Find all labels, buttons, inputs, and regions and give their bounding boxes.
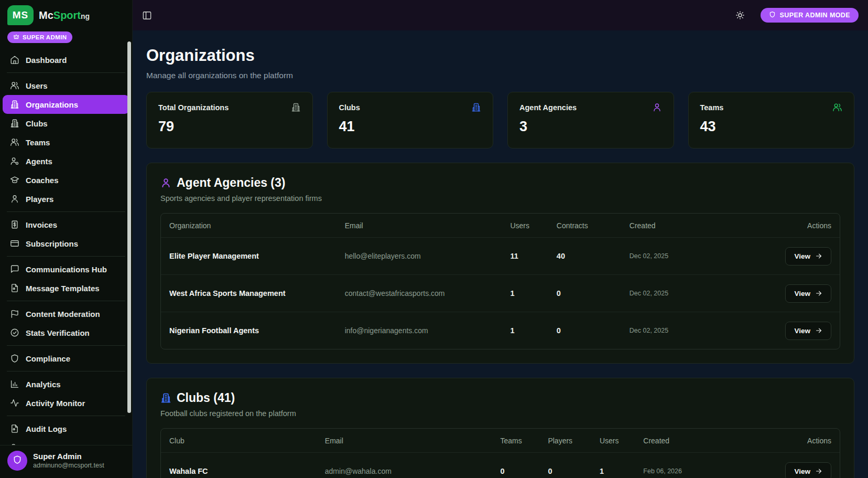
sidebar-item-analytics[interactable]: Analytics <box>3 375 129 394</box>
sidebar-item-label: Teams <box>26 138 50 147</box>
building-icon <box>10 100 19 109</box>
view-button[interactable]: View <box>785 322 831 340</box>
footer-user-email: adminuno@mcsport.test <box>33 461 104 470</box>
sidebar-item-organizations[interactable]: Organizations <box>3 95 129 114</box>
sidebar-divider <box>7 301 125 301</box>
super-admin-mode-badge[interactable]: SUPER ADMIN MODE <box>761 8 859 23</box>
sidebar-toggle-button[interactable] <box>142 10 152 20</box>
sidebar-item-activity-monitor[interactable]: Activity Monitor <box>3 394 129 412</box>
section-clubs-41-: Clubs (41)Football clubs registered on t… <box>146 378 854 478</box>
footer-user-name: Super Admin <box>33 452 104 462</box>
sidebar: MS McSportng SUPER ADMIN DashboardUsersO… <box>0 0 133 478</box>
sidebar-item-dashboard[interactable]: Dashboard <box>3 50 129 69</box>
sidebar-footer[interactable]: Super Admin adminuno@mcsport.test <box>0 445 132 478</box>
stat-icon-wrap <box>832 102 842 112</box>
column-header-contracts: Contracts <box>557 221 630 230</box>
view-button-label: View <box>794 327 810 335</box>
stat-value: 43 <box>700 119 843 135</box>
avatar <box>7 451 27 471</box>
cell-number: 1 <box>510 326 556 335</box>
sidebar-scrollbar[interactable] <box>127 41 131 413</box>
stats-row: Total Organizations79Clubs41Agent Agenci… <box>146 92 854 148</box>
sidebar-item-stats-verification[interactable]: Stats Verification <box>3 323 129 342</box>
brand-name-mc: Mc <box>39 9 53 21</box>
column-header-teams: Teams <box>501 437 548 445</box>
sidebar-item-subscriptions[interactable]: Subscriptions <box>3 234 129 253</box>
flag-icon <box>10 309 19 318</box>
table-header-row: OrganizationEmailUsersContractsCreatedAc… <box>161 214 840 237</box>
column-header-club: Club <box>169 437 325 445</box>
view-button-label: View <box>794 468 810 475</box>
sidebar-divider <box>7 371 125 371</box>
stat-icon-wrap <box>652 102 662 112</box>
sidebar-item-label: Invoices <box>26 220 57 229</box>
section-title: Clubs (41) <box>177 391 235 405</box>
cell-created: Dec 02, 2025 <box>630 327 732 334</box>
section-header: Clubs (41) <box>160 391 840 405</box>
sidebar-item-invoices[interactable]: Invoices <box>3 215 129 234</box>
sidebar-item-teams[interactable]: Teams <box>3 133 129 152</box>
cell-number: 1 <box>510 289 556 298</box>
view-button[interactable]: View <box>785 462 831 478</box>
section-icon-wrap <box>160 392 171 403</box>
activity-icon <box>10 398 19 408</box>
sidebar-item-communications-hub[interactable]: Communications Hub <box>3 260 129 279</box>
brand-name: McSportng <box>39 9 90 22</box>
section-subtitle: Sports agencies and player representatio… <box>160 194 840 203</box>
view-button[interactable]: View <box>785 284 831 303</box>
table: OrganizationEmailUsersContractsCreatedAc… <box>160 213 840 349</box>
sidebar-item-clubs[interactable]: Clubs <box>3 114 129 133</box>
sidebar-item-message-templates[interactable]: Message Templates <box>3 279 129 298</box>
stat-icon-wrap <box>471 102 481 112</box>
cell-name: West Africa Sports Management <box>169 289 345 298</box>
column-header-actions: Actions <box>736 437 831 445</box>
users-icon <box>10 137 19 147</box>
view-button-label: View <box>794 252 810 260</box>
cell-created: Dec 02, 2025 <box>630 252 732 260</box>
table-row: Nigerian Football Agentsinfo@nigerianage… <box>161 312 840 349</box>
topbar: SUPER ADMIN MODE <box>133 0 868 30</box>
bar-chart-icon <box>10 379 19 389</box>
sidebar-item-agents[interactable]: Agents <box>3 152 129 171</box>
user-icon <box>10 194 19 204</box>
sidebar-item-content-moderation[interactable]: Content Moderation <box>3 304 129 323</box>
cell-number: 11 <box>510 252 556 260</box>
stat-value: 79 <box>158 119 301 135</box>
stat-label: Total Organizations <box>158 103 229 112</box>
cell-number: 0 <box>548 467 600 475</box>
stat-card-teams: Teams43 <box>688 92 855 148</box>
cell-actions: View <box>736 462 831 478</box>
column-header-actions: Actions <box>732 221 831 230</box>
view-button[interactable]: View <box>785 247 831 265</box>
stat-label: Clubs <box>339 103 360 112</box>
sidebar-item-coaches[interactable]: Coaches <box>3 171 129 189</box>
sidebar-item-compliance[interactable]: Compliance <box>3 349 129 368</box>
table-row: Wahala FCadmin@wahala.com001Feb 06, 2026… <box>161 452 840 478</box>
page-subtitle: Manage all organizations on the platform <box>146 71 854 80</box>
theme-toggle-button[interactable] <box>735 10 745 20</box>
column-header-users: Users <box>600 437 643 445</box>
stat-card-header: Agent Agencies <box>519 102 662 112</box>
building-icon <box>160 392 171 403</box>
shield-icon <box>13 455 22 464</box>
cell-name: Elite Player Management <box>169 252 345 260</box>
stat-card-header: Total Organizations <box>158 102 301 112</box>
sidebar-item-audit-logs[interactable]: Audit Logs <box>3 419 129 438</box>
cell-email: admin@wahala.com <box>325 467 501 475</box>
graduation-cap-icon <box>10 175 19 185</box>
check-circle-icon <box>10 328 19 337</box>
cell-created: Dec 02, 2025 <box>630 290 732 297</box>
sidebar-footer-text: Super Admin adminuno@mcsport.test <box>33 452 104 470</box>
stat-card-total-organizations: Total Organizations79 <box>146 92 313 148</box>
sidebar-item-players[interactable]: Players <box>3 189 129 208</box>
table-header-row: ClubEmailTeamsPlayersUsersCreatedActions <box>161 429 840 452</box>
users-icon <box>10 81 19 90</box>
cell-email: hello@eliteplayers.com <box>345 252 511 260</box>
panel-left-icon <box>142 10 152 20</box>
sidebar-item-label: Clubs <box>26 119 48 128</box>
sidebar-item-label: Agents <box>26 157 52 166</box>
cell-number: 1 <box>600 467 643 475</box>
sidebar-item-label: Players <box>26 195 53 204</box>
sections-container: Agent Agencies (3)Sports agencies and pl… <box>146 163 854 478</box>
sidebar-item-users[interactable]: Users <box>3 76 129 95</box>
